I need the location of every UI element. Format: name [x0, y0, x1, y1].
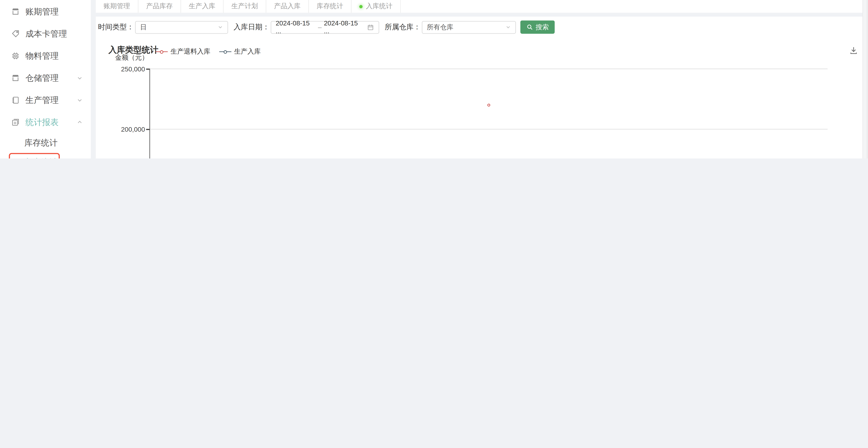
sidebar-item-cost-card[interactable]: 成本卡管理: [0, 23, 91, 45]
date-range-picker[interactable]: 2024-08-15 ... – 2024-08-15 ...: [271, 21, 379, 33]
vertical-scrollbar[interactable]: [863, 0, 868, 158]
gridline: [150, 69, 828, 69]
sidebar-item-label: 仓储管理: [26, 73, 59, 83]
chevron-up-icon: [76, 119, 83, 126]
legend-item[interactable]: 生产退料入库: [156, 47, 211, 56]
time-type-label: 时间类型：: [98, 22, 134, 32]
sidebar-item-warehouse[interactable]: 仓储管理: [0, 67, 91, 89]
legend-item[interactable]: 生产入库: [219, 47, 261, 56]
report-icon: [11, 118, 20, 127]
time-type-value: 日: [140, 23, 147, 32]
app: 账期管理 成本卡管理 物料管理 仓储管理: [0, 0, 868, 158]
sidebar-item-inbound-stats[interactable]: 入库统计: [0, 153, 91, 158]
y-tick-label: 250,000: [121, 65, 145, 73]
tab-label: 生产计划: [231, 2, 258, 11]
sidebar-item-label: 统计报表: [26, 117, 59, 128]
legend-marker: [219, 49, 231, 54]
tab-bar-filler: [401, 0, 868, 13]
chevron-down-icon: [505, 24, 511, 30]
y-axis-tick: [146, 69, 150, 69]
tab-label: 产品库存: [146, 2, 173, 11]
warehouse-select[interactable]: 所有仓库: [422, 21, 516, 33]
data-point[interactable]: [488, 103, 490, 106]
sidebar: 账期管理 成本卡管理 物料管理 仓储管理: [0, 0, 91, 158]
tab-billing-period[interactable]: 账期管理: [96, 0, 138, 13]
warehouse-value: 所有仓库: [427, 23, 454, 32]
y-axis-tick: [146, 129, 150, 130]
legend-marker: [156, 49, 168, 54]
chevron-down-icon: [76, 97, 83, 103]
sidebar-item-production[interactable]: 生产管理: [0, 89, 91, 111]
date-start-value: 2024-08-15 ...: [276, 19, 316, 35]
inbound-date-label: 入库日期：: [234, 22, 270, 32]
chart-legend: 生产退料入库 生产入库: [156, 47, 261, 56]
chevron-down-icon: [76, 75, 83, 82]
active-tab-dot: [359, 5, 363, 8]
chevron-down-icon: [217, 24, 223, 30]
time-type-select[interactable]: 日: [135, 21, 228, 33]
date-range-separator: –: [316, 23, 324, 31]
calendar-icon: [367, 24, 374, 31]
plot-area: 2024-08-15: [150, 69, 828, 158]
search-button-label: 搜索: [536, 23, 549, 32]
y-axis-labels: 250,000 200,000 150,000 100,000 50,000 0: [103, 69, 145, 158]
tab-inbound-stats[interactable]: 入库统计: [351, 0, 401, 13]
sidebar-item-billing-period[interactable]: 账期管理: [0, 1, 91, 23]
sidebar-item-label: 入库统计: [24, 157, 58, 158]
ledger-icon: [11, 96, 20, 104]
y-tick-label: 200,000: [121, 126, 145, 134]
sidebar-item-reports[interactable]: 统计报表: [0, 111, 91, 133]
tab-product-inbound[interactable]: 产品入库: [266, 0, 309, 13]
main-panel: 时间类型： 日 入库日期： 2024-08-15 ... – 2024-08-1…: [96, 17, 868, 158]
tab-label: 账期管理: [103, 2, 130, 11]
filter-bar: 时间类型： 日 入库日期： 2024-08-15 ... – 2024-08-1…: [98, 21, 555, 34]
sidebar-item-label: 库存统计: [24, 138, 58, 148]
search-icon: [526, 24, 533, 31]
tab-production-plan[interactable]: 生产计划: [223, 0, 266, 13]
warehouse-label: 所属仓库：: [385, 22, 421, 32]
legend-label: 生产退料入库: [170, 47, 211, 56]
tab-product-inventory[interactable]: 产品库存: [138, 0, 181, 13]
sidebar-item-label: 物料管理: [26, 51, 59, 61]
y-axis-title: 金额（元）: [107, 53, 148, 62]
tab-production-inbound[interactable]: 生产入库: [181, 0, 224, 13]
tab-label: 入库统计: [366, 2, 393, 11]
download-icon[interactable]: [849, 46, 858, 55]
tab-label: 产品入库: [274, 2, 301, 11]
chip-icon: [11, 52, 20, 60]
date-end-value: 2024-08-15 ...: [324, 19, 364, 35]
shop-icon: [11, 7, 20, 16]
content-area: 账期管理 产品库存 生产入库 生产计划 产品入库 库存统计 入库统计 时间类型：…: [96, 0, 868, 158]
shop-icon: [11, 73, 20, 83]
tab-bar: 账期管理 产品库存 生产入库 生产计划 产品入库 库存统计 入库统计: [96, 0, 868, 13]
sidebar-item-inventory-stats[interactable]: 库存统计: [0, 133, 91, 153]
sidebar-item-label: 生产管理: [26, 95, 59, 105]
tab-label: 库存统计: [317, 2, 343, 11]
sidebar-item-label: 成本卡管理: [26, 29, 67, 39]
search-button[interactable]: 搜索: [520, 21, 555, 34]
tab-inventory-stats[interactable]: 库存统计: [309, 0, 351, 13]
sidebar-item-label: 账期管理: [26, 6, 59, 17]
tag-icon: [11, 29, 20, 38]
sidebar-item-materials[interactable]: 物料管理: [0, 45, 91, 67]
legend-label: 生产入库: [234, 47, 261, 56]
gridline: [150, 129, 828, 129]
tab-label: 生产入库: [189, 2, 215, 11]
